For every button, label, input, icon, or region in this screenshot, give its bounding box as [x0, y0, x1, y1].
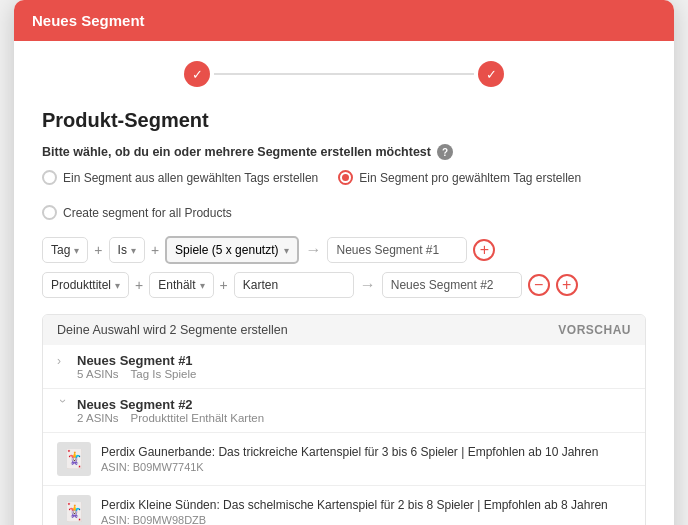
- value-dropdown-1[interactable]: Spiele (5 x genutzt) ▾: [165, 236, 299, 264]
- field-select-2[interactable]: Produkttitel ▾: [42, 272, 129, 298]
- product-asin-2: ASIN: B09MW98DZB: [101, 514, 608, 525]
- modal: Neues Segment ✓ ✓ Produkt-Segment Bitte …: [14, 0, 674, 525]
- segment-1-meta: 5 ASINs Tag Is Spiele: [77, 368, 631, 380]
- segment-2-name: Neues Segment #2: [77, 397, 193, 412]
- radio-circle-3: [42, 205, 57, 220]
- segment-1-name: Neues Segment #1: [77, 353, 193, 368]
- product-info-2: Perdix Kleine Sünden: Das schelmische Ka…: [101, 498, 608, 525]
- segment-name-1[interactable]: [327, 237, 467, 263]
- stepper-step-1: ✓: [184, 61, 210, 87]
- help-icon[interactable]: ?: [437, 144, 453, 160]
- operator-chevron-1: ▾: [131, 245, 136, 256]
- radio-option-1[interactable]: Ein Segment aus allen gewählten Tags ers…: [42, 170, 318, 185]
- segment-item-1: › Neues Segment #1 5 ASINs Tag Is Spiele: [43, 345, 645, 389]
- stepper-line: [214, 73, 474, 75]
- radio-option-3[interactable]: Create segment for all Products: [42, 205, 232, 220]
- value-chevron-1: ▾: [284, 245, 289, 256]
- remove-row-button[interactable]: −: [528, 274, 550, 296]
- product-info-1: Perdix Gaunerbande: Das trickreiche Kart…: [101, 445, 598, 473]
- segment-name-2[interactable]: [382, 272, 522, 298]
- segment-2-header: › Neues Segment #2: [57, 397, 631, 412]
- product-item-2: 🃏 Perdix Kleine Sünden: Das schelmische …: [43, 486, 645, 525]
- product-thumb-1: 🃏: [57, 442, 91, 476]
- modal-header: Neues Segment: [14, 0, 674, 41]
- operator-select-2[interactable]: Enthält ▾: [149, 272, 213, 298]
- radio-circle-2: [338, 170, 353, 185]
- add-row-button-2[interactable]: +: [556, 274, 578, 296]
- plus-icon-1: +: [94, 242, 102, 258]
- product-name-2: Perdix Kleine Sünden: Das schelmische Ka…: [101, 498, 608, 514]
- preview-summary: Deine Auswahl wird 2 Segmente erstellen: [57, 323, 288, 337]
- product-name-1: Perdix Gaunerbande: Das trickreiche Kart…: [101, 445, 598, 461]
- radio-group: Ein Segment aus allen gewählten Tags ers…: [42, 170, 646, 220]
- segment-2-chevron[interactable]: ›: [56, 399, 70, 411]
- filter-row-2: Produkttitel ▾ + Enthält ▾ + → − +: [42, 272, 646, 298]
- plus-icon-2b: +: [220, 277, 228, 293]
- value-text-2[interactable]: [234, 272, 354, 298]
- plus-icon-2: +: [135, 277, 143, 293]
- filter-rows: Tag ▾ + Is ▾ + Spiele (5 x genutzt) ▾ → …: [42, 236, 646, 298]
- filter-row-1: Tag ▾ + Is ▾ + Spiele (5 x genutzt) ▾ → …: [42, 236, 646, 264]
- operator-chevron-2: ▾: [200, 280, 205, 291]
- modal-title: Neues Segment: [32, 12, 145, 29]
- field-select-1[interactable]: Tag ▾: [42, 237, 88, 263]
- vorschau-link[interactable]: VORSCHAU: [558, 323, 631, 337]
- add-row-button[interactable]: +: [473, 239, 495, 261]
- arrow-1: →: [305, 241, 321, 259]
- preview-section: Deine Auswahl wird 2 Segmente erstellen …: [42, 314, 646, 525]
- field-chevron-1: ▾: [74, 245, 79, 256]
- segment-1-chevron[interactable]: ›: [57, 354, 69, 368]
- product-asin-1: ASIN: B09MW7741K: [101, 461, 598, 473]
- section-label: Bitte wähle, ob du ein oder mehrere Segm…: [42, 144, 646, 160]
- segment-item-2: › Neues Segment #2 2 ASINs Produkttitel …: [43, 389, 645, 433]
- plus-icon-1b: +: [151, 242, 159, 258]
- section-title: Produkt-Segment: [42, 109, 646, 132]
- stepper-step-2: ✓: [478, 61, 504, 87]
- field-chevron-2: ▾: [115, 280, 120, 291]
- product-thumb-2: 🃏: [57, 495, 91, 525]
- segment-2-meta: 2 ASINs Produkttitel Enthält Karten: [77, 412, 631, 424]
- radio-option-2[interactable]: Ein Segment pro gewähltem Tag erstellen: [338, 170, 581, 185]
- arrow-2: →: [360, 276, 376, 294]
- operator-select-1[interactable]: Is ▾: [109, 237, 145, 263]
- radio-circle-1: [42, 170, 57, 185]
- modal-body: ✓ ✓ Produkt-Segment Bitte wähle, ob du e…: [14, 41, 674, 525]
- product-item-1: 🃏 Perdix Gaunerbande: Das trickreiche Ka…: [43, 433, 645, 486]
- preview-header: Deine Auswahl wird 2 Segmente erstellen …: [43, 315, 645, 345]
- segment-1-header: › Neues Segment #1: [57, 353, 631, 368]
- stepper: ✓ ✓: [42, 61, 646, 87]
